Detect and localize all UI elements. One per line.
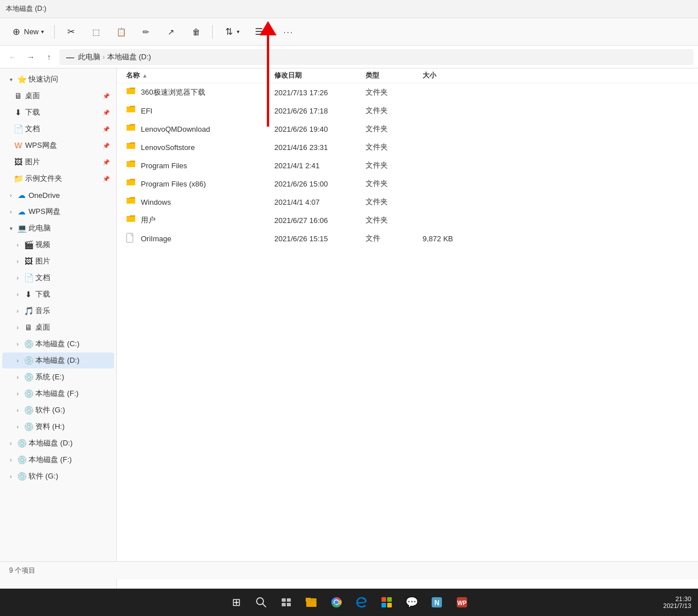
more-button[interactable]: ··· [278,24,299,40]
sidebar-item-wps-main[interactable]: › ☁ WPS网盘 [2,204,114,220]
share-button[interactable]: ↗ [160,23,182,41]
cut-button[interactable]: ✂ [59,23,82,41]
desktop2-chevron: › [14,325,22,331]
quick-access-icon: ⭐ [17,75,26,84]
sidebar-item-downloads2[interactable]: › ⬇ 下载 [2,286,114,302]
wechat-button[interactable]: 💬 [400,591,423,614]
sidebar-item-examples[interactable]: 📁 示例文件夹 📌 [2,171,114,187]
folder-icon [126,214,137,226]
svg-rect-24 [387,603,392,607]
search-button[interactable] [250,591,273,614]
table-row[interactable]: Windows2021/4/1 4:07文件夹 [117,193,698,211]
desktop-label: 桌面 [25,91,100,101]
table-row[interactable]: LenovoQMDownload2021/6/26 19:40文件夹 [117,120,698,138]
e-drive-chevron: › [14,374,22,380]
file-type: 文件夹 [366,215,423,225]
title-bar: 本地磁盘 (D:) [0,0,698,18]
back-button[interactable]: ← [5,49,21,65]
taskbar-time: 21:302021/7/13 [663,595,691,609]
sidebar-item-music[interactable]: › 🎵 音乐 [2,303,114,319]
sidebar-item-f-drive[interactable]: › 💿 本地磁盘 (F:) [2,386,114,402]
edge-button[interactable] [350,591,373,614]
svg-rect-5 [127,180,135,185]
sort-chevron: ▾ [237,29,240,35]
new-button[interactable]: ⊕ New ▾ [5,23,50,41]
breadcrumb[interactable]: — 此电脑 › 本地磁盘 (D:) [59,49,693,65]
app1-button[interactable] [375,591,398,614]
table-row[interactable]: 用户2021/6/27 16:06文件夹 [117,211,698,229]
table-row[interactable]: Program Files (x86)2021/6/26 15:00文件夹 [117,175,698,193]
file-date: 2021/6/26 15:15 [274,234,366,243]
documents-icon: 📄 [14,124,23,133]
paste-button[interactable]: 📋 [109,23,132,41]
new-icon: ⊕ [10,26,22,38]
music-label: 音乐 [35,306,109,316]
file-name: Program Files (x86) [141,180,274,188]
table-row[interactable]: OriImage2021/6/26 15:15文件9,872 KB [117,229,698,248]
svg-rect-4 [127,162,135,167]
delete-button[interactable]: 🗑 [185,23,208,41]
g2-chevron: › [7,473,15,480]
file-name: Windows [141,198,274,206]
up-button[interactable]: ↑ [41,49,57,65]
onedrive-chevron: › [7,192,15,198]
table-row[interactable]: LenovoSoftstore2021/4/16 23:31文件夹 [117,138,698,156]
sidebar-item-wps-cloud[interactable]: W WPS网盘 📌 [2,137,114,153]
sidebar-item-quick-access[interactable]: ▾ ⭐ 快速访问 [2,71,114,87]
table-row[interactable]: 360极速浏览器下载2021/7/13 17:26文件夹 [117,83,698,102]
breadcrumb-sep-1: › [103,54,105,60]
f2-label: 本地磁盘 (F:) [29,455,109,465]
sidebar-item-downloads[interactable]: ⬇ 下载 📌 [2,104,114,120]
app3-button[interactable]: WP [451,591,473,614]
video-chevron: › [14,242,22,248]
g-drive-label: 软件 (G:) [35,405,109,415]
sidebar-item-desktop[interactable]: 🖥 桌面 📌 [2,88,114,104]
sidebar-item-this-pc[interactable]: ▾ 💻 此电脑 [2,220,114,236]
breadcrumb-this-pc: 此电脑 [78,52,100,62]
file-date: 2021/6/26 17:18 [274,107,366,115]
pictures-pin: 📌 [103,159,109,165]
sidebar-item-documents[interactable]: 📄 文档 📌 [2,121,114,137]
sidebar-item-pictures2[interactable]: › 🖼 图片 [2,253,114,269]
column-headers: 名称 ▲ 修改日期 类型 大小 [117,68,698,83]
sidebar-item-onedrive[interactable]: › ☁ OneDrive [2,187,114,203]
g2-icon: 💿 [17,472,26,481]
sidebar-item-f-drive-2[interactable]: › 💿 本地磁盘 (F:) [2,452,114,468]
file-name: LenovoSoftstore [141,143,274,152]
table-row[interactable]: Program Files2021/4/1 2:41文件夹 [117,156,698,175]
sort-button[interactable]: ⇅ ▾ [217,23,245,41]
col-type-header[interactable]: 类型 [366,71,423,80]
sidebar-item-g-drive[interactable]: › 💿 软件 (G:) [2,402,114,418]
sidebar-item-d-drive-2[interactable]: › 💿 本地磁盘 (D:) [2,435,114,451]
view-button[interactable]: ☰ ▾ [247,23,275,41]
sidebar-item-video[interactable]: › 🎬 视频 [2,237,114,253]
wps-main-icon: ☁ [17,207,26,216]
toolbar: ⊕ New ▾ ✂ ⬚ 📋 ✏ ↗ 🗑 ⇅ ▾ ☰ ▾ ··· [0,18,698,46]
f2-chevron: › [7,457,15,463]
downloads-pin: 📌 [103,110,109,116]
svg-rect-13 [282,603,286,606]
sidebar-item-h-drive[interactable]: › 💿 资料 (H:) [2,419,114,435]
sidebar-item-e-drive[interactable]: › 💿 系统 (E:) [2,369,114,385]
explorer-button[interactable] [300,591,323,614]
svg-text:N: N [435,599,440,607]
sidebar-item-documents2[interactable]: › 📄 文档 [2,270,114,286]
sidebar-item-g-drive-2[interactable]: › 💿 软件 (G:) [2,468,114,484]
sidebar-item-d-drive[interactable]: › 💿 本地磁盘 (D:) [2,352,114,368]
rename-button[interactable]: ✏ [135,23,157,41]
col-name-label[interactable]: 名称 [126,71,140,80]
sidebar-item-c-drive[interactable]: › 💿 本地磁盘 (C:) [2,336,114,352]
sidebar-item-desktop2[interactable]: › 🖥 桌面 [2,319,114,335]
col-date-header[interactable]: 修改日期 [274,71,366,80]
start-button[interactable]: ⊞ [225,591,247,614]
col-size-header[interactable]: 大小 [423,71,480,80]
chrome-button[interactable] [325,591,348,614]
taskbar-right: 21:302021/7/13 [663,595,691,609]
svg-rect-14 [287,603,291,606]
table-row[interactable]: EFI2021/6/26 17:18文件夹 [117,102,698,120]
app2-button[interactable]: N [425,591,448,614]
task-view-button[interactable] [275,591,298,614]
forward-button[interactable]: → [23,49,39,65]
copy-path-button[interactable]: ⬚ [84,23,107,41]
sidebar-item-pictures[interactable]: 🖼 图片 📌 [2,154,114,170]
